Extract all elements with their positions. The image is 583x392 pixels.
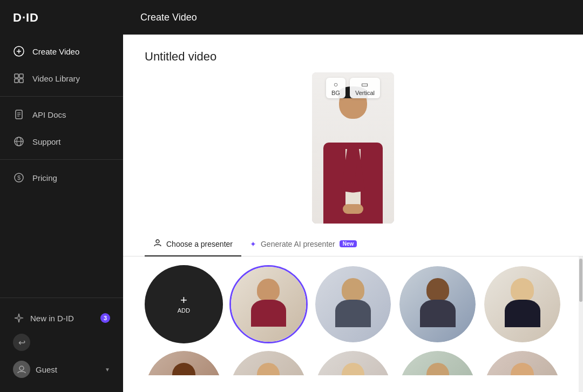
tab-choose-presenter-label: Choose a presenter bbox=[166, 240, 233, 248]
svg-rect-4 bbox=[19, 74, 23, 78]
presenter-card-9[interactable] bbox=[483, 350, 561, 375]
preview-controls: ○ BG ▭ Vertical bbox=[326, 78, 380, 98]
sidebar-label-video-library: Video Library bbox=[32, 74, 80, 83]
globe-icon bbox=[13, 136, 25, 147]
new-in-did[interactable]: New in D-ID 3 bbox=[0, 307, 123, 329]
bg-label: BG bbox=[331, 90, 340, 96]
guest-area[interactable]: Guest ▼ bbox=[0, 355, 123, 383]
grid-icon bbox=[13, 72, 25, 84]
file-icon bbox=[13, 109, 25, 120]
svg-rect-3 bbox=[15, 74, 18, 78]
nav-section-pricing: $ Pricing bbox=[0, 160, 123, 195]
svg-point-17 bbox=[156, 240, 159, 243]
presenter-card-5[interactable] bbox=[145, 350, 223, 375]
scrollbar-track[interactable] bbox=[579, 256, 583, 392]
hq-badge-4: HQ bbox=[548, 267, 559, 273]
svg-text:$: $ bbox=[17, 174, 21, 181]
tab-generate-ai[interactable]: ✦ Generate AI presenter New bbox=[241, 233, 365, 256]
presenter-card-8[interactable] bbox=[398, 350, 477, 375]
reply-button[interactable]: ↩ bbox=[13, 334, 30, 351]
new-badge: New bbox=[340, 240, 357, 247]
presenter-card-3[interactable]: HQ bbox=[398, 265, 477, 343]
hq-badge-1: HQ bbox=[294, 268, 305, 274]
sparkle-icon bbox=[13, 312, 25, 324]
logo-area: D·ID bbox=[0, 0, 123, 33]
app-logo: D·ID bbox=[13, 11, 39, 25]
sidebar-item-video-library[interactable]: Video Library bbox=[0, 65, 123, 92]
presenter-image: ○ BG ▭ Vertical bbox=[312, 72, 394, 224]
nav-section-docs: API Docs Support bbox=[0, 97, 123, 160]
add-icon: + bbox=[180, 294, 187, 306]
content-area: Untitled video ○ BG ▭ Vertical bbox=[123, 35, 583, 392]
topbar-title: Create Video bbox=[140, 12, 197, 23]
sidebar-item-pricing[interactable]: $ Pricing bbox=[0, 164, 123, 191]
preview-box: ○ BG ▭ Vertical bbox=[312, 72, 394, 224]
topbar: Create Video bbox=[123, 0, 583, 35]
svg-rect-5 bbox=[15, 79, 18, 83]
vertical-button[interactable]: ▭ Vertical bbox=[350, 78, 380, 98]
presenter-card-6[interactable] bbox=[229, 350, 308, 375]
add-presenter-button[interactable]: + ADD bbox=[145, 265, 223, 343]
ai-sparkle-icon: ✦ bbox=[250, 240, 256, 248]
dollar-icon: $ bbox=[13, 172, 25, 184]
person-icon bbox=[153, 239, 162, 249]
guest-label: Guest bbox=[36, 365, 57, 374]
chevron-down-icon: ▼ bbox=[105, 367, 110, 373]
svg-point-16 bbox=[19, 366, 24, 370]
tab-generate-ai-label: Generate AI presenter bbox=[261, 240, 335, 248]
scrollbar-thumb[interactable] bbox=[579, 259, 582, 302]
sidebar-label-api-docs: API Docs bbox=[32, 110, 66, 119]
new-in-did-label: New in D-ID bbox=[30, 314, 74, 323]
bg-icon: ○ bbox=[334, 80, 338, 89]
new-in-did-badge: 3 bbox=[100, 313, 110, 323]
main-content: Create Video Untitled video ○ BG ▭ Verti… bbox=[123, 0, 583, 392]
bg-button[interactable]: ○ BG bbox=[326, 78, 345, 98]
presenter-grid: + ADD HQ bbox=[123, 256, 583, 375]
presenter-preview: ○ BG ▭ Vertical bbox=[123, 72, 583, 232]
sidebar-bottom: New in D-ID 3 ↩ Guest ▼ bbox=[0, 298, 123, 392]
sidebar-item-create-video[interactable]: Create Video bbox=[0, 38, 123, 65]
hq-badge-3: HQ bbox=[464, 267, 474, 273]
vertical-icon: ▭ bbox=[361, 80, 368, 89]
sidebar-item-api-docs[interactable]: API Docs bbox=[0, 101, 123, 128]
svg-rect-6 bbox=[19, 79, 23, 83]
presenter-card-7[interactable] bbox=[314, 350, 392, 375]
sidebar-label-support: Support bbox=[32, 137, 61, 146]
sidebar-label-pricing: Pricing bbox=[32, 173, 57, 183]
sidebar-label-create-video: Create Video bbox=[32, 47, 79, 56]
sidebar: D·ID Create Video Vi bbox=[0, 0, 123, 392]
nav-section-main: Create Video Video Library bbox=[0, 33, 123, 97]
presenter-tabs: Choose a presenter ✦ Generate AI present… bbox=[123, 232, 583, 256]
presenter-card-2[interactable]: HQ bbox=[314, 265, 392, 343]
presenter-grid-container: + ADD HQ bbox=[123, 256, 583, 392]
video-title: Untitled video bbox=[123, 35, 583, 72]
sidebar-item-support[interactable]: Support bbox=[0, 128, 123, 155]
vertical-label: Vertical bbox=[355, 90, 375, 96]
guest-avatar bbox=[13, 361, 30, 378]
plus-circle-icon bbox=[13, 45, 25, 57]
presenter-card-1[interactable]: HQ bbox=[229, 265, 308, 343]
add-label: ADD bbox=[178, 307, 190, 314]
hq-badge-2: HQ bbox=[379, 267, 390, 273]
tab-choose-presenter[interactable]: Choose a presenter bbox=[145, 232, 241, 256]
presenter-card-4[interactable]: HQ bbox=[483, 265, 561, 343]
